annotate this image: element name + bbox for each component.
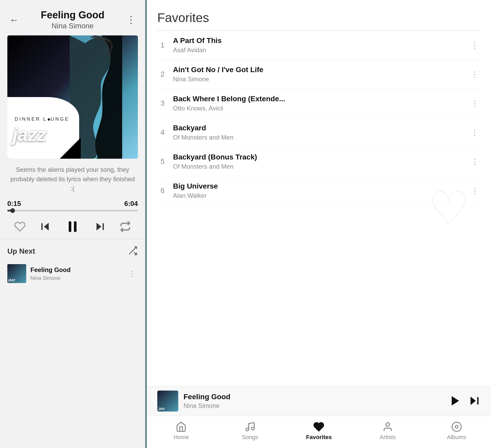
up-next-section: Up Next: [0, 239, 145, 261]
favorites-panel: Favorites ♡ 1 A Part Of This Asaf Avidan…: [147, 0, 491, 448]
song-item-2[interactable]: 2 Ain't Got No / I've Got Life Nina Simo…: [157, 60, 481, 89]
song-artist: Alan Walker: [173, 192, 464, 199]
song-more-button[interactable]: ⋮: [469, 68, 481, 81]
favorites-title: Favorites: [157, 10, 481, 25]
song-info: Big Universe Alan Walker: [173, 182, 464, 199]
favorites-header: Favorites: [147, 0, 491, 30]
song-number: 2: [157, 70, 168, 78]
nav-artists-label: Artists: [380, 434, 396, 441]
mini-song-title: Feeling Good: [184, 393, 444, 401]
pause-button[interactable]: [65, 219, 80, 234]
song-title: Backyard: [173, 124, 464, 132]
song-item-4[interactable]: 4 Backyard Of Monsters and Men ⋮: [157, 118, 481, 147]
repeat-button[interactable]: [120, 221, 131, 232]
skip-forward-button[interactable]: [94, 221, 106, 232]
svg-marker-10: [471, 397, 476, 405]
mini-player-controls: [449, 394, 481, 408]
songs-icon: [245, 421, 256, 432]
song-info: Back Where I Belong (Extende... Otto Kno…: [173, 95, 464, 112]
song-number: 1: [157, 41, 168, 49]
progress-bar[interactable]: [7, 210, 138, 211]
song-number: 3: [157, 99, 168, 108]
nav-albums[interactable]: Albums: [422, 421, 491, 441]
now-playing-title: Feeling Good: [21, 9, 124, 21]
song-number: 6: [157, 186, 168, 195]
mini-player-thumbnail: jazz: [157, 391, 178, 412]
song-number: 5: [157, 157, 168, 166]
song-item-1[interactable]: 1 A Part Of This Asaf Avidan ⋮: [157, 31, 481, 60]
song-more-button[interactable]: ⋮: [469, 126, 481, 139]
skip-back-icon: [40, 221, 51, 232]
song-title: Big Universe: [173, 182, 464, 190]
albums-icon: [451, 421, 462, 432]
song-more-button[interactable]: ⋮: [469, 155, 481, 168]
up-next-thumbnail: jazz: [7, 264, 26, 283]
svg-marker-9: [452, 396, 459, 406]
mini-player: jazz Feeling Good Nina Simone: [147, 386, 491, 416]
song-item-5[interactable]: 5 Backyard (Bonus Track) Of Monsters and…: [157, 147, 481, 176]
nav-favorites-label: Favorites: [306, 434, 332, 441]
artists-icon: [382, 421, 393, 432]
songs-list-wrapper: ♡ 1 A Part Of This Asaf Avidan ⋮ 2 Ain't…: [147, 31, 491, 386]
song-item-6[interactable]: 6 Big Universe Alan Walker ⋮: [157, 176, 481, 205]
skip-forward-icon: [94, 221, 106, 232]
song-title: Back Where I Belong (Extende...: [173, 95, 464, 103]
up-next-song-artist: Nina Simone: [30, 275, 122, 281]
song-item-3[interactable]: 3 Back Where I Belong (Extende... Otto K…: [157, 89, 481, 118]
song-info: Backyard (Bonus Track) Of Monsters and M…: [173, 153, 464, 170]
nav-home[interactable]: Home: [147, 421, 216, 441]
up-next-label: Up Next: [7, 247, 35, 255]
nav-songs-label: Songs: [242, 434, 258, 441]
mini-play-button[interactable]: [449, 394, 462, 408]
album-art: DINNER LUNGE jazz: [7, 35, 138, 159]
repeat-icon: [120, 221, 131, 232]
nav-songs[interactable]: Songs: [216, 421, 285, 441]
shuffle-button[interactable]: [127, 246, 138, 257]
up-next-more-button[interactable]: ⋮: [126, 267, 138, 280]
progress-thumb[interactable]: [10, 208, 15, 213]
mini-player-info: Feeling Good Nina Simone: [184, 393, 444, 409]
song-title: Backyard (Bonus Track): [173, 153, 464, 161]
favorites-songs-list: 1 A Part Of This Asaf Avidan ⋮ 2 Ain't G…: [147, 31, 491, 205]
song-more-button[interactable]: ⋮: [469, 184, 481, 197]
lyrics-display: Seems the aliens played your song, they …: [0, 159, 145, 200]
song-more-button[interactable]: ⋮: [469, 39, 481, 52]
song-title: Ain't Got No / I've Got Life: [173, 66, 464, 74]
song-artist: Asaf Avidan: [173, 46, 464, 54]
now-playing-header: ← Feeling Good Nina Simone ⋮: [0, 0, 145, 35]
mini-song-artist: Nina Simone: [184, 402, 444, 409]
time-display: 0:15 6:04: [7, 200, 138, 208]
mini-skip-icon: [468, 394, 481, 407]
song-artist: Otto Knows, Avicii: [173, 105, 464, 112]
svg-marker-5: [97, 223, 101, 230]
more-options-button[interactable]: ⋮: [124, 12, 138, 28]
favorite-button[interactable]: [14, 221, 26, 232]
song-number: 4: [157, 128, 168, 137]
up-next-item[interactable]: jazz Feeling Good Nina Simone ⋮: [0, 261, 145, 286]
favorites-icon: [313, 421, 324, 432]
progress-section: 0:15 6:04: [0, 200, 145, 211]
back-button[interactable]: ←: [7, 12, 21, 28]
nav-favorites[interactable]: Favorites: [284, 421, 353, 441]
skip-back-button[interactable]: [40, 221, 51, 232]
mini-play-icon: [449, 394, 462, 407]
svg-point-12: [246, 428, 249, 431]
album-art-bg: DINNER LUNGE jazz: [7, 35, 138, 159]
home-icon: [176, 421, 187, 432]
now-playing-panel: ← Feeling Good Nina Simone ⋮: [0, 0, 147, 448]
nav-artists[interactable]: Artists: [353, 421, 422, 441]
song-info: Backyard Of Monsters and Men: [173, 124, 464, 141]
playback-controls: [0, 211, 145, 239]
heart-icon: [14, 221, 26, 232]
up-next-song-info: Feeling Good Nina Simone: [30, 266, 122, 281]
mini-skip-forward-button[interactable]: [468, 394, 481, 408]
now-playing-artist: Nina Simone: [21, 22, 124, 30]
pause-icon: [65, 219, 80, 234]
song-info: A Part Of This Asaf Avidan: [173, 36, 464, 54]
svg-rect-4: [74, 221, 77, 232]
song-more-button[interactable]: ⋮: [469, 97, 481, 110]
nav-home-label: Home: [174, 434, 189, 441]
song-artist: Nina Simone: [173, 76, 464, 83]
current-time: 0:15: [7, 200, 21, 208]
song-artist: Of Monsters and Men: [173, 134, 464, 141]
